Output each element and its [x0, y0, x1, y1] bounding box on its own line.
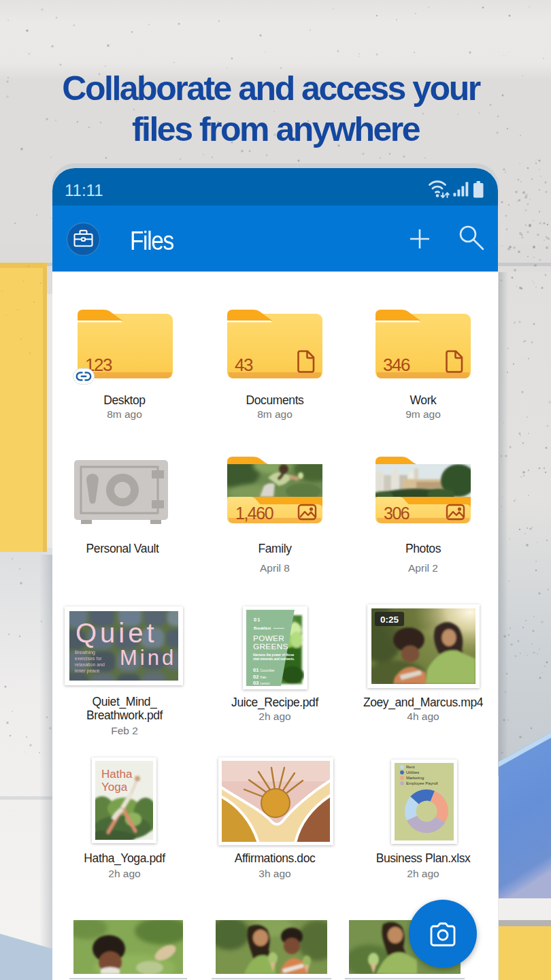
svg-text:346: 346	[383, 355, 410, 375]
svg-text:Marketing: Marketing	[406, 776, 424, 780]
svg-text:Employee Payroll: Employee Payroll	[406, 781, 438, 785]
svg-text:Breathing: Breathing	[75, 650, 95, 655]
svg-text:306: 306	[384, 504, 410, 523]
svg-text:Mind: Mind	[120, 646, 176, 670]
svg-text:Yoga: Yoga	[101, 781, 128, 794]
svg-text:Utilities: Utilities	[406, 770, 419, 774]
svg-text:Harness the power of those: Harness the power of those	[253, 653, 295, 657]
svg-text:inner peace: inner peace	[75, 668, 100, 674]
svg-text:43: 43	[235, 355, 253, 375]
svg-text:relaxation and: relaxation and	[75, 662, 105, 667]
svg-text:0:25: 0:25	[380, 615, 399, 625]
svg-text:GREENS: GREENS	[253, 642, 288, 651]
svg-text:Breakfast: Breakfast	[254, 626, 271, 630]
svg-text:01: 01	[254, 617, 261, 623]
svg-text:1,460: 1,460	[235, 504, 273, 523]
svg-text:vital minerals and nutrients.: vital minerals and nutrients.	[253, 657, 295, 661]
svg-text:Rent: Rent	[406, 765, 415, 769]
svg-text:Hatha: Hatha	[101, 768, 133, 781]
svg-text:exercises for: exercises for	[75, 656, 102, 661]
svg-text:Quiet: Quiet	[76, 618, 158, 648]
